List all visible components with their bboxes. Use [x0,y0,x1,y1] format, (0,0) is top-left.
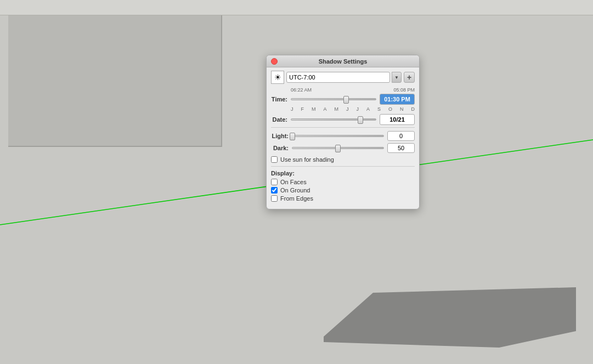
panel-title: Shadow Settings [319,58,368,65]
dark-slider[interactable] [292,147,384,149]
use-sun-label[interactable]: Use sun for shading [280,156,334,163]
sun-icon: ☀ [271,71,284,84]
date-slider-container [291,114,376,125]
light-label: Light: [271,133,292,139]
display-section: Display: On Faces On Ground From Edges [271,166,415,202]
time-row: Time: [271,94,415,105]
close-button[interactable] [271,58,278,65]
use-sun-row: Use sun for shading [271,156,415,163]
intensity-section: Light: Dark: [271,127,415,153]
on-ground-row: On Ground [271,187,415,194]
date-label: Date: [271,116,291,123]
cube-face [8,15,222,147]
from-edges-row: From Edges [271,195,415,202]
on-ground-label[interactable]: On Ground [280,187,310,194]
light-row: Light: [271,131,415,141]
on-faces-checkbox[interactable] [271,179,278,185]
on-faces-row: On Faces [271,179,415,185]
date-row: Date: [271,114,415,125]
dark-label: Dark: [271,145,292,151]
use-sun-checkbox[interactable] [271,156,278,163]
date-slider-track [291,118,376,121]
dark-value-input[interactable] [387,143,415,153]
time-labels: 06:22 AM 05:08 PM [271,87,415,93]
top-toolbar [0,0,593,15]
light-slider-thumb[interactable] [290,133,295,140]
light-value-input[interactable] [387,131,415,141]
shadow-settings-panel: Shadow Settings ☀ UTC-7:00 ▼ + 06:22 AM … [266,55,420,209]
dark-slider-thumb[interactable] [335,145,341,152]
timezone-row: ☀ UTC-7:00 ▼ + [271,71,415,84]
on-ground-checkbox[interactable] [271,187,278,194]
time-slider-track [291,98,376,100]
dark-row: Dark: [271,143,415,153]
from-edges-label[interactable]: From Edges [280,195,313,202]
panel-body: ☀ UTC-7:00 ▼ + 06:22 AM 05:08 PM Time: J [267,67,419,209]
time-slider-container [291,94,376,105]
time-slider-thumb[interactable] [343,96,349,104]
light-slider[interactable] [292,135,384,137]
date-value-input[interactable] [380,114,415,125]
display-title: Display: [271,170,415,177]
time-value-input[interactable] [380,94,415,105]
time-max-label: 05:08 PM [393,87,415,93]
date-slider-thumb[interactable] [358,116,363,124]
on-faces-label[interactable]: On Faces [280,179,307,185]
timezone-select[interactable]: UTC-7:00 [286,72,390,83]
time-min-label: 06:22 AM [291,87,312,93]
timezone-dropdown-button[interactable]: ▼ [392,72,402,83]
panel-titlebar: Shadow Settings [267,55,419,67]
from-edges-checkbox[interactable] [271,195,278,202]
time-label: Time: [271,96,291,103]
add-location-button[interactable]: + [404,72,415,83]
date-month-letters: J F M A M J J A S O N D [271,106,415,112]
